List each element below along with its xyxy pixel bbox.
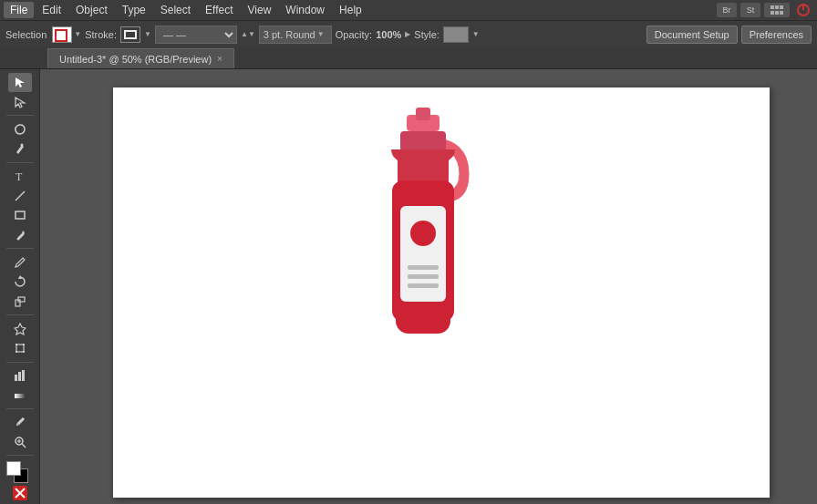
canvas-area[interactable]	[40, 69, 817, 504]
bridge-icon[interactable]: Br	[717, 3, 737, 17]
opacity-increase[interactable]: ▶	[405, 30, 410, 38]
app-switcher-icons: Br St	[717, 3, 813, 17]
bottle-illustration	[350, 106, 496, 379]
stroke-width-select[interactable]: — —	[155, 26, 237, 44]
stroke-width-arrow[interactable]: ▲▼	[241, 30, 255, 38]
lasso-tool-btn[interactable]	[8, 119, 32, 139]
scale-tool-btn[interactable]	[8, 293, 32, 312]
svg-marker-9	[16, 98, 25, 108]
svg-rect-43	[408, 274, 439, 279]
stroke-dropdown[interactable]: ▼	[144, 30, 151, 38]
tool-sep-3	[6, 248, 34, 249]
svg-rect-42	[408, 265, 439, 270]
menu-effect[interactable]: Effect	[199, 2, 239, 18]
svg-rect-4	[775, 11, 779, 15]
menu-window[interactable]: Window	[279, 2, 331, 18]
gradient-tool-btn[interactable]	[8, 386, 32, 405]
tab-close-button[interactable]: ×	[217, 54, 222, 64]
menu-edit[interactable]: Edit	[36, 2, 67, 18]
svg-point-41	[410, 221, 436, 246]
power-icon[interactable]	[793, 3, 813, 17]
toolbox: T	[0, 69, 40, 504]
style-swatch[interactable]	[443, 26, 469, 43]
doc-setup-button[interactable]: Document Setup	[646, 26, 738, 44]
menu-file[interactable]: File	[4, 2, 34, 18]
zoom-tool-btn[interactable]	[8, 433, 32, 452]
menu-type[interactable]: Type	[116, 2, 152, 18]
svg-rect-44	[408, 283, 439, 288]
text-tool-btn[interactable]: T	[8, 167, 32, 186]
tool-sep-4	[6, 314, 34, 315]
menu-select[interactable]: Select	[154, 2, 197, 18]
stroke-swatch[interactable]	[120, 26, 140, 43]
menu-object[interactable]: Object	[69, 2, 114, 18]
tool-sep-5	[6, 362, 34, 363]
line-tool-btn[interactable]	[8, 186, 32, 205]
menu-help[interactable]: Help	[333, 2, 368, 18]
svg-point-27	[16, 423, 18, 425]
fill-color-indicator	[55, 29, 67, 42]
svg-text:T: T	[16, 170, 23, 182]
menu-view[interactable]: View	[242, 2, 278, 18]
svg-rect-13	[16, 211, 25, 219]
svg-marker-17	[15, 324, 26, 334]
svg-rect-19	[16, 344, 17, 345]
direct-select-tool-btn[interactable]	[8, 93, 32, 112]
pencil-tool-btn[interactable]	[8, 252, 32, 272]
pt-round-text: 3 pt. Round	[264, 29, 315, 40]
svg-rect-36	[416, 108, 430, 120]
fill-swatch[interactable]	[52, 26, 72, 43]
menu-bar: File Edit Object Type Select Effect View…	[0, 0, 817, 20]
stroke-color-indicator	[124, 30, 137, 39]
document-tab[interactable]: Untitled-3* @ 50% (RGB/Preview) ×	[47, 48, 234, 68]
svg-point-10	[20, 144, 23, 147]
svg-rect-3	[770, 11, 774, 15]
svg-marker-8	[16, 77, 25, 87]
no-color-icon[interactable]	[8, 486, 32, 500]
svg-rect-20	[23, 344, 25, 345]
rotate-tool-btn[interactable]	[8, 273, 32, 292]
style-dropdown[interactable]: ▼	[472, 30, 480, 38]
toolbar: Selection ▼ Stroke: ▼ — — ▲▼ 3 pt. Round…	[0, 20, 817, 47]
pt-round-arrow[interactable]: ▼	[317, 30, 325, 38]
app-grid-icon[interactable]	[764, 3, 790, 17]
eyedropper-tool-btn[interactable]	[8, 413, 32, 432]
stroke-label: Stroke:	[85, 29, 117, 40]
svg-rect-37	[400, 131, 446, 151]
tool-sep-7	[6, 455, 34, 456]
svg-rect-24	[18, 372, 21, 381]
svg-line-12	[16, 191, 25, 201]
shape-tool-btn[interactable]	[8, 206, 32, 225]
stock-icon[interactable]: St	[740, 3, 760, 17]
tab-title: Untitled-3* @ 50% (RGB/Preview)	[59, 54, 212, 65]
tool-sep-6	[6, 408, 34, 409]
opacity-label: Opacity:	[336, 29, 372, 40]
svg-rect-18	[16, 345, 24, 352]
opacity-value: 100%	[376, 29, 401, 40]
color-swatch-group	[5, 461, 36, 483]
svg-rect-2	[780, 5, 783, 9]
pt-round-group[interactable]: 3 pt. Round ▼	[259, 26, 332, 44]
selection-tool-btn[interactable]	[8, 73, 32, 92]
bottle-svg	[350, 106, 496, 379]
preferences-button[interactable]: Preferences	[741, 26, 812, 44]
main-area: T	[0, 69, 817, 504]
tab-bar: Untitled-3* @ 50% (RGB/Preview) ×	[0, 47, 817, 69]
svg-rect-21	[16, 351, 17, 353]
svg-rect-0	[770, 5, 774, 9]
fill-group: ▼	[52, 26, 81, 43]
svg-rect-23	[15, 375, 17, 381]
pen-tool-btn[interactable]	[8, 139, 32, 159]
tool-sep-1	[6, 115, 34, 116]
free-transform-tool-btn[interactable]	[8, 339, 32, 358]
svg-rect-25	[22, 370, 25, 381]
paintbrush-tool-btn[interactable]	[8, 226, 32, 245]
svg-rect-1	[775, 5, 779, 9]
graph-tool-btn[interactable]	[8, 366, 32, 386]
shaper-tool-btn[interactable]	[8, 319, 32, 338]
fill-dropdown[interactable]: ▼	[74, 30, 81, 38]
svg-rect-22	[23, 351, 25, 353]
tool-sep-2	[6, 162, 34, 163]
fg-color-swatch[interactable]	[6, 461, 21, 476]
svg-line-29	[22, 444, 26, 447]
